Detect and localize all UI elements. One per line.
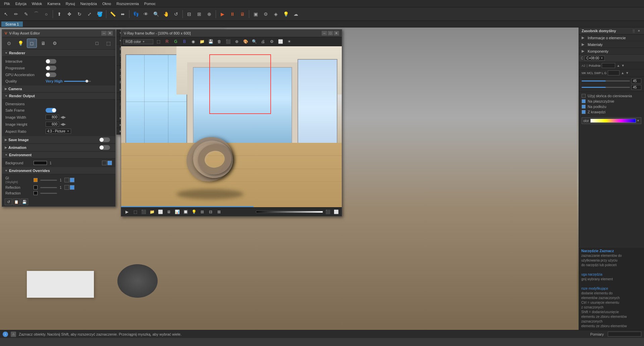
slider-2-input[interactable] (631, 85, 641, 90)
section-plane[interactable]: ⊟ (184, 9, 194, 19)
fb-btn-abclr[interactable]: ⬛ (224, 38, 232, 45)
vray-mat[interactable]: ◈ (271, 9, 280, 19)
menu-rozszerzenia[interactable]: Rozszerzenia (114, 1, 142, 6)
fb-btn-region[interactable]: ⬜ (277, 38, 284, 45)
gi-color-btn[interactable] (34, 178, 38, 182)
tape-measure[interactable]: 📏 (108, 9, 117, 19)
rs-info-title[interactable]: ▶ Informacje o elemencie (579, 35, 644, 41)
refr-color-btn[interactable] (34, 191, 38, 195)
color-selector[interactable]: olor ▼ (582, 117, 641, 124)
rs-slider-2[interactable] (582, 87, 630, 88)
tab-settings-icon[interactable]: ⊙ (4, 39, 14, 48)
render-output-section-header[interactable]: ▼ Render Output (2, 93, 115, 100)
axes-tool[interactable]: ⊕ (205, 9, 214, 19)
z-krawedzi-checkbox[interactable] (582, 110, 586, 114)
rotate-tool[interactable]: ↻ (75, 9, 84, 19)
menu-widok[interactable]: Widok (29, 1, 45, 6)
timezone-dropdown[interactable]: C+08:00 ▼ (585, 56, 605, 61)
arc-tool[interactable]: ⌒ (32, 9, 41, 19)
animation-section-header[interactable]: ▶ Animation (2, 144, 115, 152)
fb-bottom-9[interactable]: 💡 (190, 209, 198, 215)
time-down[interactable]: ▼ (621, 64, 625, 67)
pencil-tool[interactable]: ✎ (21, 9, 31, 19)
gi-slider[interactable] (40, 180, 57, 181)
history-btn[interactable]: 📋 (13, 198, 20, 205)
refl-picker-2[interactable] (70, 185, 74, 190)
move-tool[interactable]: ✥ (65, 9, 74, 19)
rs-slider-1[interactable] (582, 80, 630, 81)
dimension-tool[interactable]: ⬌ (118, 9, 127, 19)
fb-bottom-2[interactable]: ⬚ (131, 209, 139, 215)
fb-btn-clear[interactable]: 🗑 (216, 38, 223, 45)
menu-pomoc[interactable]: Pomoc (142, 1, 158, 6)
progressive-switch[interactable] (46, 66, 56, 70)
date-up[interactable]: ▲ (621, 71, 624, 75)
scale-tool[interactable]: ⤢ (85, 9, 94, 19)
fb-bottom-14[interactable]: ⬜ (332, 209, 340, 215)
quality-slider-track[interactable] (64, 81, 91, 82)
sun-shadow-checkbox[interactable] (582, 94, 586, 98)
circle-tool[interactable]: ○ (42, 9, 51, 19)
fb-bottom-6[interactable]: 🖥 (165, 209, 172, 215)
channel-dropdown[interactable]: RGB color ▼ (123, 39, 153, 44)
undo-btn[interactable]: ↺ (5, 198, 12, 205)
safe-frame-toggle[interactable] (46, 108, 56, 113)
menu-narzedzia[interactable]: Narzędzia (77, 1, 100, 6)
tab-extra-1[interactable]: □ (92, 39, 102, 48)
tab-material-icon[interactable]: ⚙ (50, 39, 60, 48)
bg-picker-2[interactable] (107, 161, 112, 165)
fb-bottom-8[interactable]: 🔲 (182, 209, 189, 215)
fb-btn-sRGB[interactable]: ☀ (285, 38, 293, 45)
image-width-input[interactable]: 800 (46, 115, 59, 120)
vray-rtx[interactable]: 🖥 (238, 9, 247, 19)
bg-picker-1[interactable] (102, 161, 107, 165)
paint-tool[interactable]: ✏ (11, 9, 21, 19)
refl-color-btn[interactable] (34, 185, 38, 189)
fb-btn-lens[interactable]: 🔍 (251, 38, 258, 45)
rs-btn-1[interactable]: ░ (631, 28, 636, 33)
menu-kamera[interactable]: Kamera (45, 1, 63, 6)
camera-section-header[interactable]: ▶ Camera (2, 85, 115, 93)
measurements-input[interactable] (608, 332, 641, 337)
rs-comp-title[interactable]: ▶ Komponenty (579, 48, 644, 54)
vray-ae[interactable]: ⚙ (261, 9, 270, 19)
rs-btn-2[interactable]: ✕ (637, 28, 641, 33)
na-podlozu-checkbox[interactable] (582, 105, 586, 109)
fb-bottom-11[interactable]: ⊟ (207, 209, 214, 215)
fb-bottom-5[interactable]: ⬜ (157, 209, 164, 215)
minimize-btn[interactable]: ─ (101, 31, 107, 36)
slider-1-input[interactable] (631, 78, 641, 83)
look-tool[interactable]: 👁 (141, 9, 151, 19)
na-plaszcz-checkbox[interactable] (582, 99, 586, 103)
fb-btn-save[interactable]: 💾 (207, 38, 214, 45)
fb-bottom-7[interactable]: 📊 (173, 209, 181, 215)
save-image-section-header[interactable]: ▶ Save Image (2, 136, 115, 144)
bg-color-btn[interactable] (34, 161, 47, 165)
env-overrides-header[interactable]: ▼ Environment Overrides (2, 167, 115, 174)
renderer-section-header[interactable]: ▼ Renderer (2, 50, 115, 57)
fb-maximize[interactable]: □ (328, 31, 333, 36)
fb-btn-settings[interactable]: ⚙ (268, 38, 275, 45)
section-cut[interactable]: ⊞ (195, 9, 204, 19)
rs-materials-title[interactable]: ▶ Materiały (579, 41, 644, 48)
fb-bottom-13[interactable]: ⬛ (324, 209, 331, 215)
save-settings-btn[interactable]: 💾 (21, 198, 28, 205)
tab-extra-2[interactable]: ⬚ (103, 39, 113, 48)
push-pull-tool[interactable]: ⬆ (55, 9, 64, 19)
interactive-switch[interactable] (46, 59, 56, 64)
fb-btn-alpha[interactable]: ◉ (190, 38, 197, 45)
pan-tool[interactable]: 🤚 (161, 9, 171, 19)
fb-btn-1[interactable]: ⬚ (155, 38, 162, 45)
fb-btn-track[interactable]: ⊕ (233, 38, 240, 45)
tab-light-icon[interactable]: 💡 (15, 39, 25, 48)
select-tool[interactable]: ↖ (1, 9, 11, 19)
fb-btn-load[interactable]: 📁 (198, 38, 206, 45)
gi-picker-1[interactable] (64, 178, 69, 182)
refl-slider[interactable] (40, 187, 57, 188)
menu-rysuj[interactable]: Rysuj (63, 1, 78, 6)
scene-tab[interactable]: Scena 1 (1, 21, 23, 27)
status-info-icon[interactable]: i (3, 332, 8, 337)
quality-slider-thumb[interactable] (86, 80, 88, 82)
fb-btn-color[interactable]: 🎨 (242, 38, 249, 45)
environment-section-header[interactable]: ▼ Environment (2, 152, 115, 159)
